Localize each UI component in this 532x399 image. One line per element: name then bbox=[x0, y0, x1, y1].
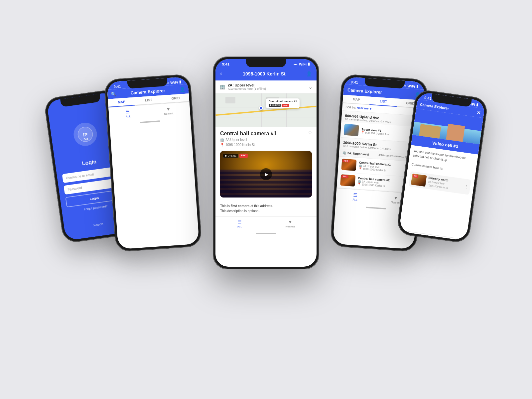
wifi-detail: WiFi bbox=[299, 62, 307, 66]
sort-dropdown[interactable]: Near me ▾ bbox=[357, 106, 372, 110]
battery-icon: ▮ bbox=[179, 79, 182, 84]
phone-map-inner: 9:41 ▪▪▪ WiFi ▮ 🔍 Camera Explorer 👤 MAP … bbox=[107, 76, 200, 249]
camera-level-line: 🏢 2A Upper level bbox=[220, 138, 277, 142]
nav-all-list[interactable]: ☰ ALL bbox=[352, 192, 358, 201]
rec-status-badge: REC bbox=[239, 154, 248, 158]
nav-nearest-label: Nearest bbox=[164, 112, 174, 115]
camera-address-line: 📍 1098-1000 Kerlin St bbox=[220, 143, 277, 147]
nav-nearest-detail-label: Nearest bbox=[286, 225, 295, 228]
sort-value: Near me bbox=[357, 106, 369, 110]
notch-3 bbox=[246, 59, 286, 67]
video-thumbnail[interactable]: ⏺ ONLINE REC ▶ bbox=[220, 151, 312, 198]
video-cell-description: You can edit the source for the video fo… bbox=[399, 145, 478, 239]
status-time-detail: 9:41 bbox=[222, 62, 229, 66]
camera-list-info-street: Street view #3 📍 900-964 Upland Ave bbox=[361, 128, 411, 137]
user-icon-detail[interactable]: 👤 bbox=[306, 71, 312, 76]
nav-nearest-list-label: Nearest bbox=[391, 201, 400, 204]
sort-label: Sort by: bbox=[345, 105, 356, 109]
wifi-icon: WiFi bbox=[170, 80, 178, 85]
building-icon-small: 🏢 bbox=[220, 138, 224, 142]
signal-detail: ▪▪▪ bbox=[294, 62, 298, 66]
favorite-button[interactable]: ♡ bbox=[308, 131, 312, 135]
location-card: 🏢 2A: Upper level 4/10 cameras here (1 o… bbox=[215, 80, 317, 93]
camera-name: Central hall camera #1 bbox=[220, 131, 277, 137]
bottom-nav-detail: ☰ ALL ♥ Nearest bbox=[215, 216, 317, 231]
battery-vc: ▮ bbox=[476, 103, 479, 107]
desc-bold: first camera bbox=[231, 204, 250, 208]
more-icon-vc[interactable]: ⋮ bbox=[464, 184, 468, 190]
tab-map-list[interactable]: MAP bbox=[342, 95, 370, 104]
mini-map[interactable]: Central hall camera #1 ⏺ ONLINE REC bbox=[215, 93, 317, 127]
heart-icon-nav: ♥ bbox=[167, 106, 170, 112]
nav-nearest-list[interactable]: ♥ Nearest bbox=[391, 195, 401, 204]
nav-all-detail-label: ALL bbox=[237, 225, 242, 228]
desc-prefix: This is bbox=[220, 204, 231, 208]
search-icon[interactable]: 🔍 bbox=[111, 91, 116, 97]
nav-nearest[interactable]: ♥ Nearest bbox=[164, 106, 174, 115]
status-time-list: 9:41 bbox=[350, 80, 358, 84]
tab-list[interactable]: LIST bbox=[135, 95, 162, 105]
expand-icon[interactable]: ⌄ bbox=[308, 84, 313, 90]
chevron-down-icon: ▾ bbox=[370, 107, 372, 110]
home-indicator-3 bbox=[215, 231, 317, 236]
nav-nearest-detail[interactable]: ♥ Nearest bbox=[286, 219, 295, 228]
heart-icon-detail: ♥ bbox=[289, 219, 291, 224]
svg-text:IP: IP bbox=[83, 132, 88, 138]
desc-suffix: at this address. bbox=[249, 204, 273, 208]
list-icon: ☰ bbox=[126, 109, 130, 114]
rec-badge-hall-2: REC bbox=[341, 175, 348, 178]
camera-popup: Central hall camera #1 ⏺ ONLINE REC bbox=[266, 98, 300, 108]
rec-badge-hall-1: REC bbox=[342, 159, 349, 162]
play-icon: ▶ bbox=[265, 172, 268, 177]
camera-list-info-hall-1: Central hall camera #1 🏢 2A Upper level … bbox=[358, 161, 409, 174]
camera-description: This is first camera at this address. Th… bbox=[215, 201, 317, 216]
video-cell-screen: Camera Explorer ✕ Video cell #3 You can … bbox=[399, 99, 484, 241]
desc-optional: This description is optional. bbox=[220, 209, 260, 213]
back-button[interactable]: ‹ bbox=[220, 70, 222, 77]
status-icons-detail: ▪▪▪ WiFi ▮ bbox=[294, 62, 310, 66]
nav-all-list-label: ALL bbox=[352, 198, 357, 201]
nav-all-detail[interactable]: ☰ ALL bbox=[237, 219, 242, 228]
list-icon-detail: ☰ bbox=[237, 219, 242, 224]
address-header: ‹ 1098-1000 Kerlin St 👤 bbox=[215, 67, 317, 80]
pin-icon-small: 📍 bbox=[220, 143, 224, 147]
popup-online-badge: ⏺ ONLINE bbox=[269, 104, 281, 107]
app-title-vc: Camera Explorer bbox=[420, 102, 449, 110]
vc-camera-thumb: REC bbox=[411, 173, 427, 187]
camera-list-info-hall-2: Central hall camera #2 🏢 2A Upper level … bbox=[357, 177, 408, 189]
battery-list: ▮ bbox=[416, 84, 419, 88]
status-time-vc: 9:41 bbox=[424, 95, 432, 100]
profile-icon[interactable]: 👤 bbox=[179, 86, 185, 92]
heart-icon-list: ♥ bbox=[394, 195, 397, 200]
address-title: 1098-1000 Kerlin St bbox=[225, 71, 303, 76]
building-icon: 🏢 bbox=[219, 84, 225, 89]
nav-all[interactable]: ☰ ALL bbox=[125, 109, 131, 118]
vc-edit-btn[interactable]: EDIT SOURCE bbox=[441, 239, 462, 241]
camera-pin-main[interactable] bbox=[259, 106, 263, 110]
phone-detail: 9:41 ▪▪▪ WiFi ▮ ‹ 1098-1000 Kerlin St 👤 … bbox=[213, 57, 319, 269]
status-icons: ▪▪▪ WiFi ▮ bbox=[165, 79, 182, 85]
play-button[interactable]: ▶ bbox=[260, 168, 272, 180]
nav-all-label: ALL bbox=[126, 115, 131, 118]
camera-info-card: Central hall camera #1 🏢 2A Upper level … bbox=[215, 127, 317, 151]
building-icon-sub: 🏢 bbox=[342, 151, 346, 155]
vc-desc-3: Current camera here is: bbox=[411, 163, 443, 170]
online-status-badge: ⏺ ONLINE bbox=[223, 154, 238, 158]
battery-detail: ▮ bbox=[308, 62, 310, 66]
close-button-vc[interactable]: ✕ bbox=[476, 110, 481, 116]
app-logo: IP Sec bbox=[72, 121, 98, 147]
subgroup-name-2a: 🏢 2A: Upper level bbox=[342, 151, 369, 156]
support-link[interactable]: Support bbox=[92, 222, 103, 227]
online-badge-video: ⏺ ONLINE REC bbox=[223, 154, 248, 158]
wifi-list: WiFi bbox=[407, 84, 415, 88]
tab-grid[interactable]: GRID bbox=[162, 93, 190, 103]
vc-camera-info: Balcony north G6 Ground floor 1098-1000 … bbox=[427, 176, 463, 192]
vc-camera-card: REC Balcony north G6 Ground floor 1098-1… bbox=[409, 171, 471, 195]
location-sub: 4/10 cameras here (1 offline) bbox=[228, 87, 266, 90]
list-icon-list: ☰ bbox=[353, 192, 358, 198]
location-name: 2A: Upper level bbox=[228, 83, 266, 87]
app-title-list: Camera Explorer bbox=[347, 87, 382, 94]
status-time: 9:41 bbox=[113, 84, 121, 89]
camera-thumb-street bbox=[344, 124, 359, 136]
phone-detail-inner: 9:41 ▪▪▪ WiFi ▮ ‹ 1098-1000 Kerlin St 👤 … bbox=[215, 59, 317, 267]
